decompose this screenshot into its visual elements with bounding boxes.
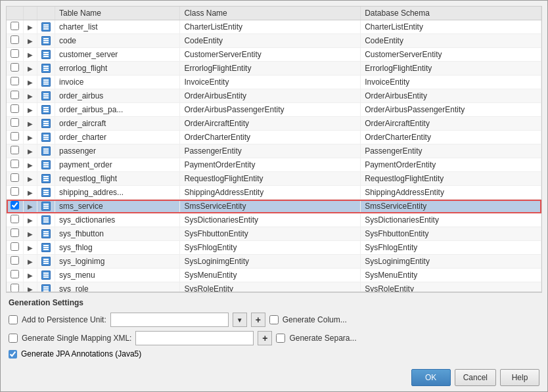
col-header-check bbox=[7, 7, 24, 20]
row-checkbox[interactable] bbox=[11, 229, 19, 237]
row-checkbox[interactable] bbox=[11, 104, 19, 113]
persistence-unit-dropdown-btn[interactable]: ▼ bbox=[233, 313, 247, 327]
row-expand-arrow[interactable]: ▶ bbox=[24, 158, 37, 172]
row-expand-arrow[interactable]: ▶ bbox=[24, 131, 37, 144]
row-checkbox[interactable] bbox=[11, 160, 19, 168]
cancel-button[interactable]: Cancel bbox=[455, 369, 496, 386]
row-checkbox-cell[interactable] bbox=[7, 186, 24, 200]
persistence-unit-input[interactable] bbox=[110, 313, 229, 327]
row-table-icon bbox=[37, 213, 55, 227]
row-checkbox-cell[interactable] bbox=[7, 48, 24, 62]
row-checkbox[interactable] bbox=[11, 201, 19, 209]
row-expand-arrow[interactable]: ▶ bbox=[24, 117, 37, 131]
row-checkbox[interactable] bbox=[11, 91, 19, 99]
row-checkbox-cell[interactable] bbox=[7, 241, 24, 255]
row-checkbox[interactable] bbox=[11, 118, 19, 127]
row-checkbox-cell[interactable] bbox=[7, 20, 24, 34]
row-checkbox-cell[interactable] bbox=[7, 117, 24, 131]
table-row[interactable]: ▶errorlog_flightErrorlogFlightEntityErro… bbox=[7, 62, 541, 76]
row-expand-arrow[interactable]: ▶ bbox=[24, 20, 37, 34]
table-row[interactable]: ▶invoiceInvoiceEntityInvoiceEntity bbox=[7, 76, 541, 89]
generate-column-checkbox[interactable] bbox=[269, 315, 279, 324]
row-checkbox-cell[interactable] bbox=[7, 144, 24, 158]
row-table-name: invoice bbox=[55, 76, 180, 89]
row-checkbox[interactable] bbox=[11, 146, 19, 154]
table-row[interactable]: ▶sys_loginimgSysLoginimgEntitySysLoginim… bbox=[7, 255, 541, 269]
row-checkbox[interactable] bbox=[11, 63, 19, 72]
table-row[interactable]: ▶sys_roleSysRoleEntitySysRoleEntity bbox=[7, 282, 541, 293]
generate-separate-checkbox[interactable] bbox=[276, 334, 285, 343]
row-checkbox-cell[interactable] bbox=[7, 158, 24, 172]
single-mapping-input[interactable] bbox=[135, 331, 254, 345]
generate-single-mapping-checkbox[interactable] bbox=[9, 334, 18, 343]
table-row[interactable]: ▶order_airbusOrderAirbusEntityOrderAirbu… bbox=[7, 89, 541, 103]
entity-table-area[interactable]: Table Name Class Name Database Schema ▶c… bbox=[6, 6, 542, 292]
row-expand-arrow[interactable]: ▶ bbox=[24, 76, 37, 89]
col-header-icon bbox=[37, 7, 55, 20]
row-checkbox[interactable] bbox=[11, 132, 19, 141]
table-row[interactable]: ▶customer_serverCustomerServerEntityCust… bbox=[7, 48, 541, 62]
row-expand-arrow[interactable]: ▶ bbox=[24, 200, 37, 213]
row-checkbox[interactable] bbox=[11, 242, 19, 251]
row-checkbox-cell[interactable] bbox=[7, 213, 24, 227]
row-checkbox-cell[interactable] bbox=[7, 282, 24, 293]
row-expand-arrow[interactable]: ▶ bbox=[24, 144, 37, 158]
table-row[interactable]: ▶sys_fhlogSysFhlogEntitySysFhlogEntity bbox=[7, 241, 541, 255]
table-row[interactable]: ▶requestlog_flightRequestlogFlightEntity… bbox=[7, 172, 541, 186]
row-expand-arrow[interactable]: ▶ bbox=[24, 227, 37, 241]
row-expand-arrow[interactable]: ▶ bbox=[24, 62, 37, 76]
table-row[interactable]: ▶codeCodeEntityCodeEntity bbox=[7, 34, 541, 48]
row-schema-name: InvoiceEntity bbox=[361, 76, 541, 89]
row-checkbox[interactable] bbox=[11, 256, 19, 265]
row-checkbox[interactable] bbox=[11, 22, 19, 30]
row-checkbox[interactable] bbox=[11, 49, 19, 58]
row-expand-arrow[interactable]: ▶ bbox=[24, 241, 37, 255]
row-expand-arrow[interactable]: ▶ bbox=[24, 186, 37, 200]
row-checkbox[interactable] bbox=[11, 284, 19, 292]
row-checkbox-cell[interactable] bbox=[7, 269, 24, 282]
row-checkbox[interactable] bbox=[11, 187, 19, 196]
row-checkbox-cell[interactable] bbox=[7, 34, 24, 48]
row-checkbox-cell[interactable] bbox=[7, 62, 24, 76]
table-row[interactable]: ▶shipping_addres...ShippingAddressEntity… bbox=[7, 186, 541, 200]
row-checkbox-cell[interactable] bbox=[7, 172, 24, 186]
table-row[interactable]: ▶order_charterOrderCharterEntityOrderCha… bbox=[7, 131, 541, 144]
row-checkbox-cell[interactable] bbox=[7, 200, 24, 213]
row-checkbox[interactable] bbox=[11, 270, 19, 278]
add-to-persistence-checkbox[interactable] bbox=[9, 315, 18, 324]
row-expand-arrow[interactable]: ▶ bbox=[24, 48, 37, 62]
persistence-unit-add-btn[interactable]: + bbox=[251, 313, 265, 327]
help-button[interactable]: Help bbox=[500, 369, 539, 386]
row-checkbox[interactable] bbox=[11, 215, 19, 223]
row-checkbox-cell[interactable] bbox=[7, 89, 24, 103]
row-expand-arrow[interactable]: ▶ bbox=[24, 34, 37, 48]
row-expand-arrow[interactable]: ▶ bbox=[24, 89, 37, 103]
table-row[interactable]: ▶sms_serviceSmsServiceEntitySmsServiceEn… bbox=[7, 200, 541, 213]
table-row[interactable]: ▶passengerPassengerEntityPassengerEntity bbox=[7, 144, 541, 158]
row-expand-arrow[interactable]: ▶ bbox=[24, 172, 37, 186]
row-expand-arrow[interactable]: ▶ bbox=[24, 103, 37, 117]
row-schema-name: OrderAirbusEntity bbox=[361, 89, 541, 103]
row-checkbox[interactable] bbox=[11, 35, 19, 44]
table-row[interactable]: ▶sys_dictionariesSysDictionariesEntitySy… bbox=[7, 213, 541, 227]
row-expand-arrow[interactable]: ▶ bbox=[24, 255, 37, 269]
table-row[interactable]: ▶charter_listCharterListEntityCharterLis… bbox=[7, 20, 541, 34]
row-checkbox-cell[interactable] bbox=[7, 255, 24, 269]
row-checkbox[interactable] bbox=[11, 173, 19, 182]
ok-button[interactable]: OK bbox=[411, 369, 451, 386]
row-checkbox-cell[interactable] bbox=[7, 131, 24, 144]
row-checkbox[interactable] bbox=[11, 77, 19, 85]
row-expand-arrow[interactable]: ▶ bbox=[24, 213, 37, 227]
row-expand-arrow[interactable]: ▶ bbox=[24, 282, 37, 293]
table-row[interactable]: ▶payment_orderPaymentOrderEntityPaymentO… bbox=[7, 158, 541, 172]
single-mapping-add-btn[interactable]: + bbox=[258, 331, 272, 345]
row-checkbox-cell[interactable] bbox=[7, 76, 24, 89]
table-row[interactable]: ▶sys_fhbuttonSysFhbuttonEntitySysFhbutto… bbox=[7, 227, 541, 241]
table-row[interactable]: ▶order_airbus_pa...OrderAirbusPassengerE… bbox=[7, 103, 541, 117]
row-checkbox-cell[interactable] bbox=[7, 227, 24, 241]
generate-jpa-checkbox[interactable] bbox=[9, 350, 17, 359]
row-checkbox-cell[interactable] bbox=[7, 103, 24, 117]
row-expand-arrow[interactable]: ▶ bbox=[24, 269, 37, 282]
table-row[interactable]: ▶sys_menuSysMenuEntitySysMenuEntity bbox=[7, 269, 541, 282]
table-row[interactable]: ▶order_aircraftOrderAircraftEntityOrderA… bbox=[7, 117, 541, 131]
